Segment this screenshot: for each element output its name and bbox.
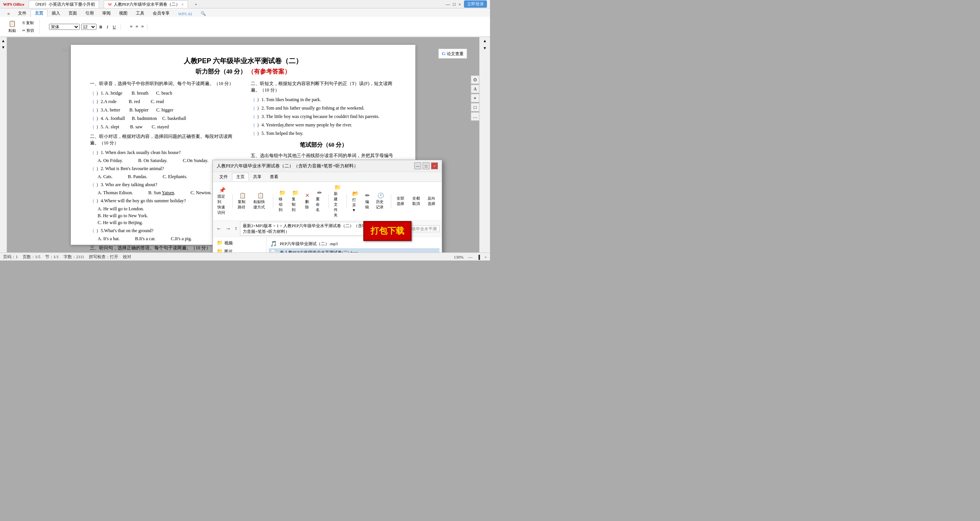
tab-hamburger[interactable]: ≡ bbox=[3, 10, 14, 17]
fm-copy-button[interactable]: 📁 复制到 bbox=[289, 189, 301, 213]
minimize-icon[interactable]: — bbox=[446, 2, 450, 7]
ribbon-tab-member[interactable]: 会员专享 bbox=[149, 9, 174, 17]
fm-tab-file[interactable]: 文件 bbox=[215, 173, 232, 181]
rp2-q3: （ ）3. The little boy was crying because … bbox=[251, 113, 396, 120]
lunwen-label: 论文查重 bbox=[447, 51, 464, 57]
fm-tab-view[interactable]: 查看 bbox=[266, 173, 283, 181]
fm-move-button[interactable]: 📁 移动到 bbox=[276, 189, 288, 213]
fm-rename-button[interactable]: ✏ 重命名 bbox=[314, 189, 325, 213]
font-bold-button[interactable]: B bbox=[100, 25, 102, 29]
status-page: 页码：1 bbox=[3, 254, 18, 260]
fm-tab-home[interactable]: 主页 bbox=[232, 173, 249, 181]
tab-label-1: 《PEP》小英语六年级下册小升初 bbox=[33, 2, 95, 7]
download-banner[interactable]: 打包下载 bbox=[363, 221, 412, 241]
align-right-button[interactable]: ≡ bbox=[141, 24, 144, 29]
cut-button[interactable]: ✂ 剪切 bbox=[20, 27, 36, 34]
font-family-select[interactable]: 宋体 bbox=[49, 24, 80, 30]
folder-icon: 📁 bbox=[217, 248, 223, 252]
right-tool-3[interactable]: ≡ bbox=[471, 94, 479, 102]
paste-icon: 📋 bbox=[8, 20, 16, 27]
fm-open-button[interactable]: 📂 打开▼ bbox=[350, 190, 361, 213]
fm-up-button[interactable]: ↑ bbox=[234, 226, 238, 232]
ribbon-tab-file[interactable]: 文件 bbox=[14, 9, 31, 17]
ribbon-tab-review[interactable]: 审阅 bbox=[98, 9, 115, 17]
fm-delete-button[interactable]: ✕ 删除 bbox=[303, 192, 312, 211]
right-tool-4[interactable]: □ bbox=[471, 103, 479, 111]
p2-q1: （ ）1. When does Jack usually clean his h… bbox=[90, 149, 235, 156]
font-size-select[interactable]: 12 bbox=[81, 24, 96, 30]
right-scroll-up[interactable]: ▲ bbox=[483, 39, 487, 43]
fm-edit-button[interactable]: ✏ 编辑 bbox=[363, 192, 372, 211]
zoom-out-button[interactable]: — bbox=[468, 255, 472, 259]
login-button[interactable]: 立即登录 bbox=[464, 0, 487, 8]
align-center-button[interactable]: ≡ bbox=[136, 24, 138, 29]
tab-item-1[interactable]: 《PEP》小英语六年级下册小升初 bbox=[29, 0, 99, 8]
fm-copy-icon: 📁 bbox=[292, 190, 299, 196]
fm-sidebar-images[interactable]: 📁 图片 bbox=[213, 247, 266, 252]
fm-newfolder-button[interactable]: 📁 新建文件夹 bbox=[332, 183, 343, 219]
font-italic-button[interactable]: I bbox=[107, 25, 108, 29]
left-sidebar: ▲ ▼ bbox=[0, 37, 7, 252]
status-spellcheck: 拼写检查：打开 bbox=[89, 254, 118, 260]
fm-sep-2 bbox=[273, 194, 273, 208]
add-tab-button[interactable]: + bbox=[193, 1, 199, 7]
fm-file-name-mp3: PEP六年级毕业测试（二）.mp3 bbox=[280, 241, 338, 247]
fm-back-button[interactable]: ← bbox=[215, 226, 223, 232]
top-bar-right: — □ × 立即登录 bbox=[446, 0, 487, 8]
maximize-icon[interactable]: □ bbox=[453, 2, 456, 7]
right-tool-2[interactable]: A bbox=[471, 85, 479, 93]
right-scroll-down[interactable]: ▼ bbox=[483, 46, 487, 50]
ribbon-tab-page[interactable]: 页面 bbox=[64, 9, 81, 17]
subtitle-text: 听力部分（40 分） bbox=[196, 68, 246, 75]
ribbon-group-para: ≡ ≡ ≡ bbox=[127, 24, 147, 29]
fm-minimize-button[interactable]: — bbox=[414, 162, 421, 169]
ribbon-tab-view[interactable]: 视图 bbox=[115, 9, 132, 17]
fm-maximize-button[interactable]: □ bbox=[423, 162, 430, 169]
paste-button[interactable]: 📋 粘贴 bbox=[6, 19, 18, 34]
close-tab-icon[interactable]: × bbox=[181, 2, 184, 7]
q1-1: （ ）1. A. bridge B. breath C. beach bbox=[90, 90, 235, 97]
lunwen-button[interactable]: G 论文查重 bbox=[438, 49, 467, 59]
ribbon-content: 📋 粘贴 ⎘ 复制 ✂ 剪切 宋体 12 B I U bbox=[0, 17, 490, 37]
sidebar-scroll-down[interactable]: ▼ bbox=[2, 45, 5, 49]
fm-selectall-button[interactable]: 全部选择 bbox=[394, 195, 408, 207]
fm-pasteshortcut-button[interactable]: 📋 粘贴快捷方式 bbox=[251, 192, 270, 211]
docx-icon: 📄 bbox=[270, 249, 277, 252]
ribbon-tab-tools[interactable]: 工具 bbox=[132, 9, 149, 17]
status-pages: 页数：1/5 bbox=[23, 254, 41, 260]
zoom-in-button[interactable]: + bbox=[485, 255, 487, 259]
written-title: 笔试部分（60 分） bbox=[251, 141, 396, 149]
tab-item-2[interactable]: W 人教PEP六年级毕业水平测卷（二） × bbox=[104, 0, 188, 8]
fm-sep-5 bbox=[391, 194, 391, 208]
ribbon: ≡ 文件 主页 插入 页面 引用 审阅 视图 工具 会员专享 WPS AI 🔍 … bbox=[0, 8, 490, 37]
fm-deselect-button[interactable]: 全都取消 bbox=[410, 195, 424, 207]
ribbon-tab-insert[interactable]: 插入 bbox=[47, 9, 64, 17]
align-left-button[interactable]: ≡ bbox=[130, 24, 132, 29]
fm-invertselect-button[interactable]: 反向选择 bbox=[425, 195, 439, 207]
fm-history-button[interactable]: 🕐 历史记录 bbox=[374, 192, 388, 211]
fm-close-button[interactable]: × bbox=[431, 162, 438, 169]
fm-file-mp3[interactable]: 🎵 PEP六年级毕业测试（二）.mp3 bbox=[269, 239, 439, 248]
ribbon-tab-wpsai[interactable]: WPS AI bbox=[174, 10, 196, 17]
fm-pin-button[interactable]: 📌 固定到快速访问 bbox=[215, 186, 229, 216]
copy-icon: ⎘ 复制 bbox=[23, 20, 34, 26]
copy-button[interactable]: ⎘ 复制 bbox=[20, 20, 36, 26]
fm-file-docx[interactable]: 📄 春人教PEP六年级毕业水平测试卷(二).docx bbox=[269, 248, 439, 252]
font-underline-button[interactable]: U bbox=[113, 25, 116, 29]
close-window-icon[interactable]: × bbox=[459, 2, 461, 7]
fm-path-bar[interactable]: 最新2+MP3版本 > 1 > 人教PEP六年级毕业水平测试卷（二）（含听力音频… bbox=[240, 222, 373, 236]
fm-copypath-button[interactable]: 📋 复制路径 bbox=[235, 192, 250, 211]
ribbon-tab-search[interactable]: 🔍 bbox=[196, 10, 210, 17]
fm-forward-button[interactable]: → bbox=[224, 226, 232, 232]
ribbon-tab-ref[interactable]: 引用 bbox=[81, 9, 98, 17]
right-tool-5[interactable]: … bbox=[471, 112, 479, 121]
right-tool-1[interactable]: ⊙ bbox=[471, 75, 479, 84]
fm-ribbon: 文件 主页 共享 查看 bbox=[213, 172, 442, 182]
fm-sidebar-video[interactable]: 📁 视频 bbox=[213, 239, 266, 247]
ribbon-tab-home[interactable]: 主页 bbox=[31, 9, 47, 17]
fm-newfolder-icon: 📁 bbox=[334, 184, 341, 191]
fm-tab-share[interactable]: 共享 bbox=[249, 173, 266, 181]
sidebar-scroll-up[interactable]: ▲ bbox=[2, 39, 5, 43]
zoom-slider[interactable]: ▐ bbox=[477, 255, 480, 259]
fm-title: 人教PEP六年级毕业水平测试卷（二）（含听力音频+笔答+听力材料） bbox=[217, 163, 358, 169]
